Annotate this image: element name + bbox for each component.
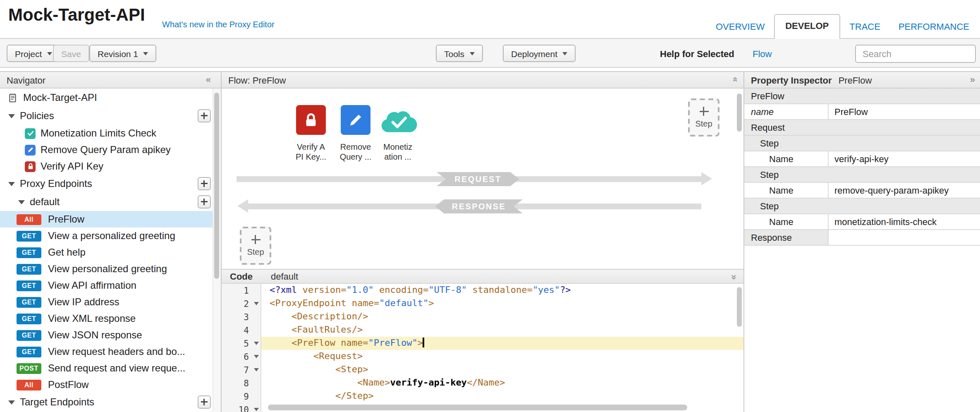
code-line-9[interactable]: 9 </Step> <box>222 390 743 403</box>
toolbar: Project Save Revision 1 Tools Deployment… <box>0 39 980 68</box>
flow-step-monetiz-ation[interactable]: Monetization ... <box>378 105 418 162</box>
caret-down-icon <box>47 52 52 55</box>
policy-label: Remove Query Param apikey <box>41 144 171 156</box>
main-area: Navigator « Mock-Target-API Policies Mon… <box>0 71 980 412</box>
flow-row-view-xml-response[interactable]: GETView XML response <box>0 310 221 327</box>
add-step-button-response[interactable]: Step <box>240 227 271 265</box>
navigator-scrollbar-thumb[interactable] <box>214 93 219 279</box>
code-line-7[interactable]: 7 <Step> <box>222 363 743 376</box>
flow-row-view-api-affirmation[interactable]: GETView API affirmation <box>0 277 221 294</box>
response-banner: RESPONSE <box>435 199 523 213</box>
flow-row-view-json-response[interactable]: GETView JSON response <box>0 327 221 343</box>
inspector-row-response: Response <box>744 230 980 246</box>
collapse-left-icon[interactable]: « <box>206 74 211 84</box>
tab-overview[interactable]: OVERVIEW <box>707 15 774 39</box>
code-text: <ProxyEndpoint name="default"> <box>261 297 743 310</box>
property-value[interactable] <box>829 230 980 245</box>
fold-arrow-icon[interactable] <box>254 302 259 305</box>
nav-root-item[interactable]: Mock-Target-API <box>0 89 221 107</box>
flow-label: PostFlow <box>48 379 89 390</box>
flow-row-view-ip-address[interactable]: GETView IP address <box>0 294 221 310</box>
add-step-button-request[interactable]: Step <box>688 98 719 137</box>
tools-button[interactable]: Tools <box>436 45 483 62</box>
project-button[interactable]: Project <box>7 45 60 62</box>
policy-item-remove-query-param-apikey[interactable]: Remove Query Param apikey <box>0 141 221 158</box>
header-tabs: OVERVIEWDEVELOPTRACEPERFORMANCE <box>707 14 978 39</box>
add-policy-button[interactable] <box>198 109 211 122</box>
line-number: 1 <box>222 284 261 297</box>
line-number: 3 <box>222 310 261 323</box>
collapse-down-icon[interactable]: » <box>729 275 739 280</box>
code-text: <FaultRules/> <box>261 323 743 337</box>
flow-row-view-a-personalized-greeting[interactable]: GETView a personalized greeting <box>0 228 221 244</box>
deployment-button[interactable]: Deployment <box>503 45 576 62</box>
lock-icon <box>296 105 326 135</box>
add-flow-button[interactable] <box>198 195 211 208</box>
code-editor[interactable]: 1<?xml version="1.0" encoding="UTF-8" st… <box>222 284 743 412</box>
code-line-2[interactable]: 2<ProxyEndpoint name="default"> <box>222 297 743 310</box>
line-number: 6 <box>222 350 261 363</box>
property-value[interactable]: verify-api-key <box>829 151 980 166</box>
nav-root-label: Mock-Target-API <box>23 92 97 103</box>
tab-performance[interactable]: PERFORMANCE <box>889 15 978 39</box>
flow-row-preflow[interactable]: AllPreFlow <box>0 211 221 228</box>
flow-row-view-personalized-greeting[interactable]: GETView personalized greeting <box>0 261 221 277</box>
property-label: name <box>744 104 829 119</box>
revision-button[interactable]: Revision 1 <box>89 45 156 62</box>
method-badge: All <box>17 214 41 225</box>
help-flow-link[interactable]: Flow <box>753 49 772 59</box>
method-badge: GET <box>17 297 41 307</box>
add-target-endpoint-button[interactable] <box>198 395 211 409</box>
property-value[interactable]: remove-query-param-apikey <box>829 183 980 198</box>
code-line-8[interactable]: 8 <Name>verify-api-key</Name> <box>222 376 743 390</box>
nav-section-default[interactable]: default <box>0 193 221 211</box>
fold-arrow-icon[interactable] <box>254 408 259 411</box>
flow-row-get-help[interactable]: GETGet help <box>0 244 221 261</box>
policy-item-monetization-limits-check[interactable]: Monetization Limits Check <box>0 125 221 141</box>
proxy-endpoints-section-label: Proxy Endpoints <box>20 178 92 189</box>
flow-row-postflow[interactable]: AllPostFlow <box>0 376 221 393</box>
tab-develop[interactable]: DEVELOP <box>774 14 840 39</box>
fold-arrow-icon[interactable] <box>254 355 259 358</box>
project-button-label: Project <box>15 48 42 58</box>
search-input[interactable] <box>855 45 976 63</box>
method-badge: GET <box>17 230 41 241</box>
add-proxy-endpoint-button[interactable] <box>198 177 211 190</box>
property-value[interactable]: monetization-limits-check <box>829 214 980 229</box>
step-button-label: Step <box>695 119 712 128</box>
code-hscrollbar-thumb[interactable] <box>268 405 687 410</box>
nav-section-policies[interactable]: Policies <box>0 107 221 125</box>
policy-item-verify-api-key[interactable]: Verify API Key <box>0 158 221 175</box>
method-badge: GET <box>17 247 41 258</box>
flow-step-remove-query[interactable]: RemoveQuery ... <box>336 105 375 162</box>
flow-scrollbar-thumb[interactable] <box>737 93 742 132</box>
nav-section-target-endpoints[interactable]: Target Endpoints <box>0 393 221 411</box>
flow-canvas[interactable]: Verify API Key...RemoveQuery ...Monetiza… <box>222 89 743 269</box>
code-line-5[interactable]: 5 <PreFlow name="PreFlow"> <box>222 337 743 350</box>
caret-down-icon <box>562 52 567 55</box>
flow-row-send-request-and-view-reque[interactable]: POSTSend request and view reque... <box>0 360 221 376</box>
whats-new-link[interactable]: What's new in the Proxy Editor <box>162 20 275 29</box>
document-icon <box>7 92 18 103</box>
save-button-label: Save <box>61 48 81 58</box>
flow-step-verify-a-pi-key[interactable]: Verify API Key... <box>291 105 331 162</box>
property-label: Name <box>744 151 829 166</box>
collapse-up-icon[interactable]: » <box>729 77 739 82</box>
property-value[interactable]: PreFlow <box>829 104 980 119</box>
code-line-6[interactable]: 6 <Request> <box>222 350 743 363</box>
flow-row-view-request-headers-and-bo[interactable]: GETView request headers and bo... <box>0 343 221 360</box>
check-badge-icon <box>25 128 36 139</box>
code-vscrollbar-thumb[interactable] <box>737 287 742 327</box>
tab-trace[interactable]: TRACE <box>840 15 889 39</box>
fold-arrow-icon[interactable] <box>254 368 259 371</box>
code-line-3[interactable]: 3 <Description/> <box>222 310 743 323</box>
method-badge: GET <box>17 313 41 324</box>
fold-arrow-icon[interactable] <box>254 342 259 345</box>
step-node-label: RemoveQuery ... <box>336 142 375 162</box>
save-button[interactable]: Save <box>53 45 89 62</box>
step-node-label: Monetization ... <box>378 142 418 162</box>
nav-section-proxy-endpoints[interactable]: Proxy Endpoints <box>0 175 221 193</box>
code-line-4[interactable]: 4 <FaultRules/> <box>222 323 743 337</box>
collapse-right-icon[interactable]: » <box>970 74 975 84</box>
code-line-1[interactable]: 1<?xml version="1.0" encoding="UTF-8" st… <box>222 284 743 297</box>
